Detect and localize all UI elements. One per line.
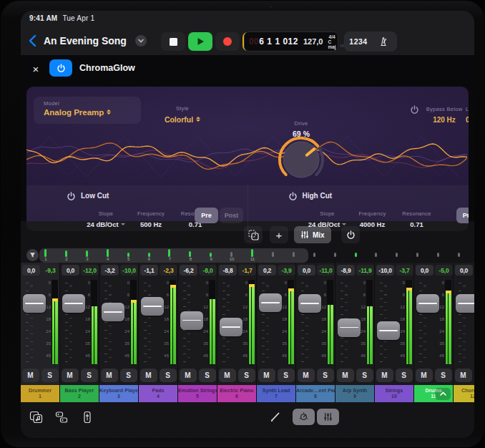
mute-button[interactable]: M [22,369,39,382]
model-selector[interactable]: Model Analog Preamp [34,97,141,124]
high-cut-resonance-field[interactable]: Resonance 0.71 [392,205,442,228]
track-stack-button[interactable] [54,410,69,424]
mute-button[interactable]: M [376,369,393,382]
solo-button[interactable]: S [356,369,373,382]
fader-handle[interactable] [259,293,282,312]
fader-handle[interactable] [62,294,85,313]
solo-button[interactable]: S [199,369,216,382]
metronome-button[interactable] [373,36,394,47]
solo-button[interactable]: S [41,369,59,382]
song-title[interactable]: An Evening Song [44,35,127,47]
mute-button[interactable]: M [140,369,157,382]
solo-button[interactable]: S [317,369,334,382]
channel-volume[interactable]: -8,8 [219,265,237,276]
track-label[interactable]: Drums 11 [414,385,453,402]
bypass-below-field[interactable]: Bypass Below 120 Hz [421,101,467,124]
channel-fader-area: 061218243545 [375,278,413,367]
collapse-chevron-button[interactable] [435,388,451,400]
solo-button[interactable]: S [120,369,137,382]
track-label[interactable]: Arcade…eet Pad 8 [296,385,335,402]
pre-button[interactable]: Pre [195,208,218,223]
fader-handle[interactable] [338,318,361,337]
mute-button[interactable]: M [337,369,354,382]
channel-volume[interactable]: 0,2 [258,265,276,276]
count-in-button[interactable]: 1234 [344,37,373,46]
solo-button[interactable]: S [396,369,413,382]
solo-button[interactable]: S [435,369,452,382]
mute-button[interactable]: M [455,369,472,382]
plugin-power-button[interactable] [49,59,72,77]
channel-volume[interactable]: 0,0 [298,265,315,276]
post-button[interactable]: Post [220,208,243,223]
track-label[interactable]: Pads 4 [139,385,177,402]
high-cut-slope-field[interactable]: Slope 24 dB/Oct [303,205,353,228]
track-label[interactable]: Drummer 1 [21,385,59,402]
controls-view-button[interactable] [293,409,315,425]
stop-button[interactable] [161,32,185,51]
channel-volume[interactable]: 0,0 [455,265,473,276]
solo-button[interactable]: S [81,369,98,382]
fader-handle[interactable] [23,294,46,313]
fader-handle[interactable] [102,303,124,321]
fader-handle[interactable] [141,297,164,316]
fader-handle[interactable] [220,318,242,336]
fader-handle[interactable] [456,294,474,313]
back-chevron-icon[interactable] [26,33,41,49]
channel-volume[interactable]: 0,0 [416,265,433,276]
track-label[interactable]: Electric Piano 6 [217,385,256,402]
mute-button[interactable]: M [101,369,118,382]
solo-button[interactable]: S [474,369,475,382]
filter-button[interactable] [26,249,39,261]
track-label[interactable]: Strings 10 [375,385,413,402]
record-button[interactable] [215,32,240,51]
count-in-group: 1234 [344,31,397,52]
fader-handle[interactable] [180,311,203,330]
track-label[interactable]: Bass Player 2 [60,385,99,402]
high-cut-frequency-field[interactable]: Frequency 4000 Hz [348,205,398,228]
channel-volume[interactable]: 0,0 [22,265,40,276]
play-button[interactable] [188,32,212,51]
track-stack-icon [55,411,68,424]
mute-button[interactable]: M [219,369,236,382]
fader-handle[interactable] [298,294,321,313]
bypass-label: Bypass Below [426,106,463,112]
mute-button[interactable]: M [298,369,315,382]
low-cut-slope-field[interactable]: Slope 24 dB/Oct [81,205,131,228]
channel-volume[interactable]: -10,0 [376,265,394,276]
loop-browser-button[interactable] [28,410,44,424]
lcd-display[interactable]: 00 6 1 1 012 127,0 4/4 C maj MIDI [244,31,338,52]
low-cut-power-button[interactable] [67,192,76,201]
channel-volume[interactable]: 0,0 [62,265,79,276]
drive-knob[interactable] [273,131,330,188]
track-label[interactable]: Arp Synth 9 [335,385,374,402]
mute-button[interactable]: M [180,369,197,382]
pre-button[interactable]: Pre [456,208,469,223]
track-label[interactable]: Emotion Strings 5 [178,385,217,402]
channel-volume[interactable]: -8,9 [337,265,355,276]
track-label[interactable]: Chorus V 12 [454,385,474,402]
channel-volume[interactable]: -1,1 [140,265,158,276]
level-field[interactable]: Level 0.0 [466,101,469,124]
bypass-power-button[interactable] [410,105,419,115]
fader-handle[interactable] [416,294,439,313]
solo-button[interactable]: S [238,369,255,382]
channel-volume[interactable]: -3,2 [101,265,119,276]
mute-button[interactable]: M [416,369,433,382]
mute-button[interactable]: M [62,369,79,382]
song-menu-button[interactable] [135,35,147,47]
solo-button[interactable]: S [160,369,177,382]
style-selector[interactable]: Style Colorful [139,100,225,124]
fader-handle[interactable] [377,321,400,340]
channel-values: 0,2 -3,9 [257,263,295,278]
channel-volume[interactable]: -6,2 [180,265,197,276]
track-label[interactable]: Keyboard Player 3 [99,385,138,402]
low-cut-frequency-field[interactable]: Frequency 500 Hz [126,205,176,228]
solo-button[interactable]: S [278,369,295,382]
close-plugin-button[interactable]: × [28,61,44,77]
channel-inspector-button[interactable] [79,410,95,424]
edit-pencil-button[interactable] [270,411,283,424]
high-cut-power-button[interactable] [288,192,298,201]
track-label[interactable]: Synth Lead 7 [257,385,295,402]
faders-view-button[interactable] [317,409,339,425]
mute-button[interactable]: M [258,369,275,382]
